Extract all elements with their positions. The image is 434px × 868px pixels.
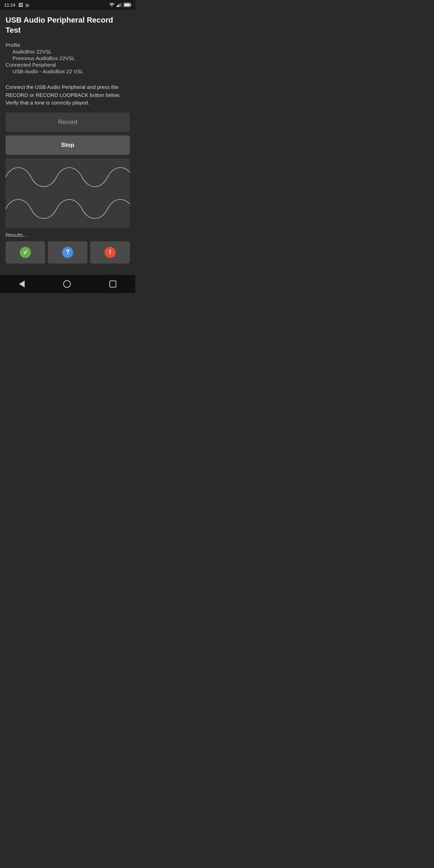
status-right — [109, 3, 131, 7]
svg-rect-2 — [119, 3, 120, 7]
battery-icon — [124, 3, 131, 7]
profile-line1: AudioBox 22VSL — [6, 49, 130, 55]
home-button[interactable] — [63, 280, 71, 288]
main-content: USB Audio Peripheral Record Test Profile… — [0, 10, 135, 272]
svg-rect-7 — [6, 161, 130, 225]
svg-rect-1 — [118, 5, 119, 7]
waveform-display — [6, 158, 130, 228]
svg-rect-5 — [124, 4, 130, 6]
record-button[interactable]: Record — [6, 112, 130, 132]
result-unknown-button[interactable]: ? — [48, 241, 87, 264]
check-icon: ✓ — [20, 247, 31, 258]
instruction-text: Connect the USB Audio Peripheral and pre… — [6, 83, 130, 107]
navigation-bar — [0, 275, 135, 293]
connected-label: Connected Peripheral — [6, 62, 130, 68]
profile-label: Profile — [6, 42, 130, 48]
recents-button[interactable] — [109, 281, 116, 287]
page-title: USB Audio Peripheral Record Test — [6, 15, 130, 35]
photo-icon: 🖼 — [18, 2, 23, 8]
waveform-svg — [6, 158, 130, 228]
signal-icon — [117, 3, 122, 7]
back-button[interactable] — [19, 281, 25, 287]
svg-rect-3 — [121, 3, 122, 7]
ip-label: ip — [26, 2, 29, 8]
stop-button[interactable]: Stop — [6, 135, 130, 155]
results-buttons: ✓ ? ! — [6, 241, 130, 264]
connected-device: USB-Audio - AudioBox 22 VSL — [6, 68, 130, 74]
time-display: 11:24 — [4, 2, 16, 8]
status-left: 11:24 🖼 ip — [4, 2, 29, 8]
results-label: Results... — [6, 232, 130, 238]
exclaim-icon: ! — [105, 247, 116, 258]
wifi-icon — [109, 3, 115, 7]
question-icon: ? — [62, 247, 73, 258]
result-pass-button[interactable]: ✓ — [6, 241, 45, 264]
profile-section: Profile AudioBox 22VSL Presonus AudioBox… — [6, 42, 130, 75]
status-bar: 11:24 🖼 ip — [0, 0, 135, 10]
result-fail-button[interactable]: ! — [90, 241, 130, 264]
profile-line2: Presonus AudioBox 22VSL — [6, 55, 130, 61]
svg-rect-0 — [117, 6, 118, 7]
svg-rect-6 — [131, 4, 131, 6]
